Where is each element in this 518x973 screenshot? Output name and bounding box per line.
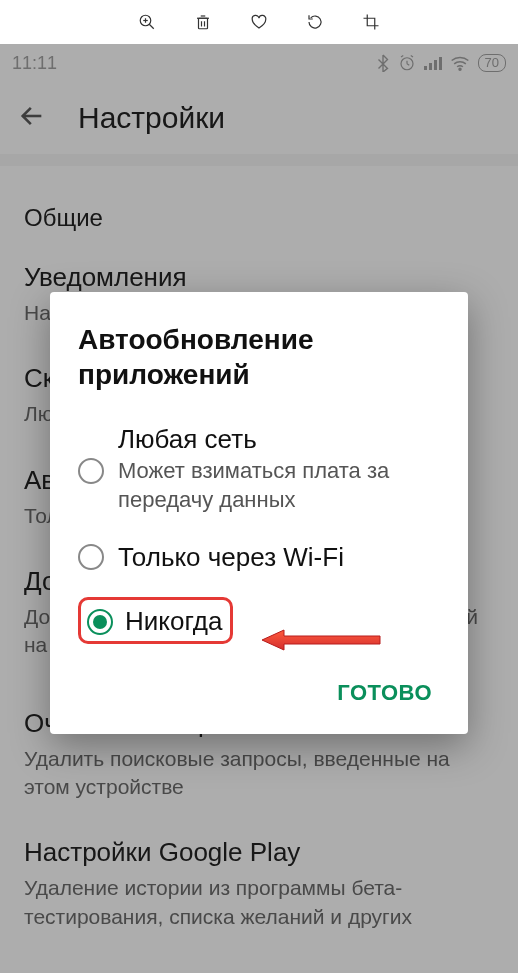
done-button[interactable]: ГОТОВО xyxy=(329,670,440,716)
option-never-highlight: Никогда xyxy=(78,597,233,644)
svg-marker-20 xyxy=(262,630,380,650)
dialog-actions: ГОТОВО xyxy=(78,670,440,716)
radio-icon xyxy=(78,458,104,484)
phone-screen: 11:11 70 Настройки Общие Уведом xyxy=(0,44,518,973)
radio-icon xyxy=(78,544,104,570)
option-any-network[interactable]: Любая сеть Может взиматься плата за пере… xyxy=(78,420,440,518)
heart-icon[interactable] xyxy=(249,12,269,32)
crop-icon[interactable] xyxy=(361,12,381,32)
option-label[interactable]: Никогда xyxy=(125,606,222,637)
dialog-title: Автообновление приложений xyxy=(78,322,440,392)
svg-line-1 xyxy=(149,24,154,29)
radio-selected-icon[interactable] xyxy=(87,609,113,635)
option-sub: Может взиматься плата за передачу данных xyxy=(118,457,440,514)
annotation-arrow-icon xyxy=(262,628,382,652)
zoom-in-icon[interactable] xyxy=(137,12,157,32)
autoupdate-dialog: Автообновление приложений Любая сеть Мож… xyxy=(50,292,468,734)
option-wifi-only[interactable]: Только через Wi-Fi xyxy=(78,538,440,577)
trash-icon[interactable] xyxy=(193,12,213,32)
svg-rect-4 xyxy=(199,18,208,29)
option-label: Только через Wi-Fi xyxy=(118,542,440,573)
rotate-icon[interactable] xyxy=(305,12,325,32)
option-label: Любая сеть xyxy=(118,424,440,455)
editor-toolbar xyxy=(0,0,518,44)
